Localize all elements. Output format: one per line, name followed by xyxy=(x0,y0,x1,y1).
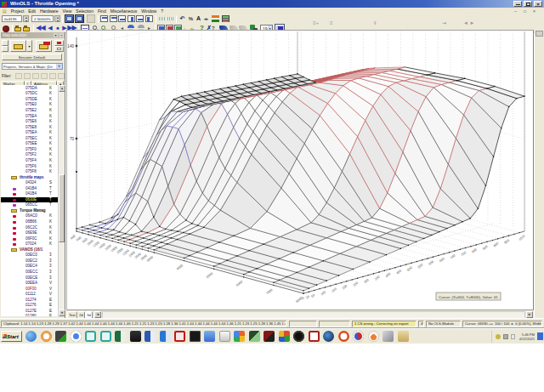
svg-text:750: 750 xyxy=(461,251,467,257)
svg-text:650: 650 xyxy=(439,257,445,263)
svg-text:100: 100 xyxy=(320,291,326,297)
svg-text:150: 150 xyxy=(331,287,337,293)
svg-text:450: 450 xyxy=(396,270,402,276)
svg-text:250: 250 xyxy=(353,281,359,287)
svg-text:350: 350 xyxy=(374,276,380,281)
svg-text:6000: 6000 xyxy=(235,280,243,287)
svg-text:950: 950 xyxy=(504,239,510,245)
svg-text:Cursor: (X=600, Y=8000), Value: Cursor: (X=600, Y=8000), Value: 41 xyxy=(439,295,498,299)
svg-text:550: 550 xyxy=(417,263,423,269)
svg-text:70: 70 xyxy=(70,137,75,141)
svg-text:900: 900 xyxy=(493,241,499,247)
svg-text:140: 140 xyxy=(67,44,74,48)
svg-text:1023: 1023 xyxy=(518,235,525,241)
svg-text:25: 25 xyxy=(305,295,310,300)
svg-text:300: 300 xyxy=(363,278,369,284)
svg-text:500: 500 xyxy=(406,266,412,272)
svg-text:800: 800 xyxy=(471,248,477,254)
svg-text:850: 850 xyxy=(482,245,488,251)
svg-text:4000: 4000 xyxy=(176,264,184,270)
svg-text:200: 200 xyxy=(342,284,348,290)
svg-text:7000: 7000 xyxy=(265,288,273,295)
svg-text:50: 50 xyxy=(311,293,316,298)
svg-text:600: 600 xyxy=(428,260,434,266)
svg-text:400: 400 xyxy=(385,272,391,278)
svg-text:700: 700 xyxy=(450,254,456,260)
svg-text:5000: 5000 xyxy=(206,272,213,279)
